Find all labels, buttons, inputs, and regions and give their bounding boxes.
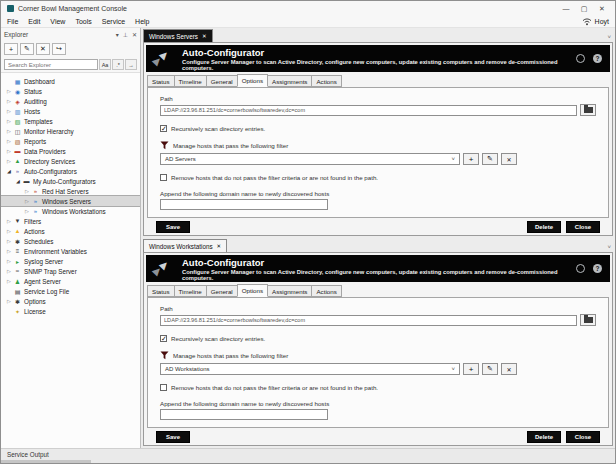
close-panel-icon[interactable]: ✕ xyxy=(132,31,137,38)
tab-assignments[interactable]: Assignments xyxy=(267,75,312,87)
tree-item-templates[interactable]: ▷▧Templates xyxy=(1,116,140,126)
user-menu[interactable]: Hoyt xyxy=(582,17,609,26)
tree-item-service-log-file[interactable]: ▤Service Log File xyxy=(1,286,140,296)
chevron-right-icon[interactable]: ▷ xyxy=(5,238,13,244)
chevron-right-icon[interactable]: ▷ xyxy=(5,108,13,114)
service-output-tab[interactable]: Service Output xyxy=(1,449,615,458)
delete-button[interactable]: Delete xyxy=(527,221,561,233)
delete-button[interactable]: ✕ xyxy=(36,43,50,55)
tree-item-filters[interactable]: ▷▼Filters xyxy=(1,216,140,226)
chevron-right-icon[interactable]: ▷ xyxy=(5,278,13,284)
remove-filter-button[interactable]: ✕ xyxy=(501,153,517,165)
chevron-right-icon[interactable]: ▷ xyxy=(5,298,13,304)
tab-general[interactable]: General xyxy=(206,285,238,297)
open-button[interactable]: ↪ xyxy=(52,43,66,55)
close-button[interactable]: Close xyxy=(566,221,600,233)
chevron-right-icon[interactable]: ▷ xyxy=(5,88,13,94)
chevron-right-icon[interactable]: ▷ xyxy=(5,268,13,274)
tree-item-schedules[interactable]: ▷✱Schedules xyxy=(1,236,140,246)
chevron-right-icon[interactable]: ▷ xyxy=(5,158,13,164)
tab-options[interactable]: Options xyxy=(237,74,268,87)
doc-tab-windows-workstations[interactable]: Windows Workstations ✕ xyxy=(143,239,227,252)
tree-item-auto-configurators[interactable]: ◢»Auto-Configurators xyxy=(1,166,140,176)
add-filter-button[interactable]: + xyxy=(463,363,479,375)
tree-item-license[interactable]: ✦License xyxy=(1,306,140,316)
tab-options[interactable]: Options xyxy=(237,284,268,297)
minimize-icon[interactable]: — xyxy=(557,2,575,15)
tab-assignments[interactable]: Assignments xyxy=(267,285,312,297)
search-input[interactable] xyxy=(4,59,98,70)
add-filter-button[interactable]: + xyxy=(463,153,479,165)
menu-view[interactable]: View xyxy=(50,18,65,25)
tab-actions[interactable]: Actions xyxy=(311,285,341,297)
recursive-checkbox[interactable] xyxy=(160,125,167,132)
menu-tools[interactable]: Tools xyxy=(75,18,91,25)
scrollbar-thumb[interactable] xyxy=(1,460,91,463)
tree-item-environment-variables[interactable]: ▷≡Environment Variables xyxy=(1,246,140,256)
edit-filter-button[interactable]: ✎ xyxy=(482,153,498,165)
match-case-button[interactable]: Aa xyxy=(99,59,111,70)
browse-folder-button[interactable] xyxy=(580,104,596,116)
browse-folder-button[interactable] xyxy=(580,314,596,326)
tab-actions[interactable]: Actions xyxy=(311,75,341,87)
search-go-button[interactable]: → xyxy=(125,59,137,70)
tree-item-reports[interactable]: ▷▨Reports xyxy=(1,136,140,146)
save-button[interactable]: Save xyxy=(156,221,190,233)
close-tab-icon[interactable]: ✕ xyxy=(202,33,207,39)
edit-filter-button[interactable]: ✎ xyxy=(482,363,498,375)
maximize-icon[interactable]: ▢ xyxy=(575,2,593,15)
tab-list-chevron-icon[interactable]: ˅ xyxy=(607,34,611,40)
tree-item-directory-services[interactable]: ▷▲Directory Services xyxy=(1,156,140,166)
append-domain-input[interactable] xyxy=(160,199,328,210)
help-icon[interactable]: ? xyxy=(593,54,602,63)
chevron-expanded-icon[interactable]: ◢ xyxy=(5,168,13,174)
chevron-right-icon[interactable]: ▷ xyxy=(23,198,31,204)
tree-item-red-hat-servers[interactable]: ▷»Red Hat Servers xyxy=(1,186,140,196)
pin-icon[interactable]: ⊥ xyxy=(123,31,128,38)
window-options-chevron-icon[interactable]: ▾ xyxy=(116,31,119,38)
close-tab-icon[interactable]: ✕ xyxy=(217,243,222,249)
recursive-checkbox[interactable] xyxy=(160,335,167,342)
tree-item-hosts[interactable]: ▷▥Hosts xyxy=(1,106,140,116)
tree-item-monitor-hierarchy[interactable]: ▷◫Monitor Hierarchy xyxy=(1,126,140,136)
tree-item-my-auto-configurators[interactable]: ◢▬My Auto-Configurators xyxy=(1,176,140,186)
remove-checkbox[interactable] xyxy=(160,384,167,391)
menu-file[interactable]: File xyxy=(7,18,18,25)
tree-item-status[interactable]: ▷◉Status xyxy=(1,86,140,96)
tree-item-options[interactable]: ▷✱Options xyxy=(1,296,140,306)
chevron-right-icon[interactable]: ▷ xyxy=(23,188,31,194)
tab-status[interactable]: Status xyxy=(147,285,175,297)
path-input[interactable] xyxy=(160,105,577,116)
tree-item-agent-server[interactable]: ▷♟Agent Server xyxy=(1,276,140,286)
add-button[interactable]: + xyxy=(4,43,18,55)
chevron-right-icon[interactable]: ▷ xyxy=(5,228,13,234)
help-icon[interactable]: ? xyxy=(593,264,602,273)
menu-service[interactable]: Service xyxy=(102,18,125,25)
tree-item-windows-servers[interactable]: ▷»Windows Servers xyxy=(1,196,140,206)
chevron-right-icon[interactable]: ▷ xyxy=(5,138,13,144)
regex-button[interactable]: .* xyxy=(112,59,124,70)
chevron-right-icon[interactable]: ▷ xyxy=(5,218,13,224)
filter-select[interactable]: AD Workstations ˅ xyxy=(160,363,460,375)
tree-item-dashboard[interactable]: ▦Dashboard xyxy=(1,76,140,86)
close-window-icon[interactable]: ✕ xyxy=(593,2,611,15)
tree-item-syslog-server[interactable]: ▷▸Syslog Server xyxy=(1,256,140,266)
chevron-right-icon[interactable]: ▷ xyxy=(5,258,13,264)
chevron-right-icon[interactable]: ▷ xyxy=(5,118,13,124)
append-domain-input[interactable] xyxy=(160,409,328,420)
remove-checkbox[interactable] xyxy=(160,174,167,181)
tab-list-chevron-icon[interactable]: ˅ xyxy=(607,244,611,250)
tab-general[interactable]: General xyxy=(206,75,238,87)
filter-select[interactable]: AD Servers ˅ xyxy=(160,153,460,165)
tab-timeline[interactable]: Timeline xyxy=(174,75,207,87)
doc-tab-windows-servers[interactable]: Windows Servers ✕ xyxy=(143,29,213,42)
tab-status[interactable]: Status xyxy=(147,75,175,87)
edit-button[interactable]: ✎ xyxy=(20,43,34,55)
path-input[interactable] xyxy=(160,315,577,326)
chevron-right-icon[interactable]: ▷ xyxy=(5,98,13,104)
chevron-right-icon[interactable]: ▷ xyxy=(23,208,31,214)
remove-filter-button[interactable]: ✕ xyxy=(501,363,517,375)
chevron-right-icon[interactable]: ▷ xyxy=(5,248,13,254)
tree-item-windows-workstations[interactable]: ▷»Windows Workstations xyxy=(1,206,140,216)
close-button[interactable]: Close xyxy=(566,431,600,443)
